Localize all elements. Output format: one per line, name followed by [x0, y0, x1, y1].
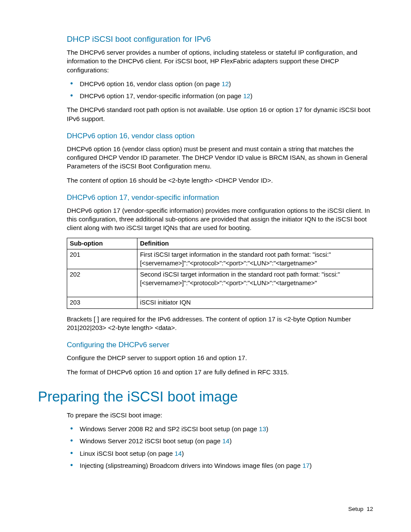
footer-section-label: Setup: [348, 506, 363, 512]
list-item-text: Linux iSCSI boot setup (on page: [80, 450, 174, 457]
page: DHCP iSCSI boot configuration for IPv6 T…: [0, 0, 411, 501]
table-cell: 201: [67, 249, 137, 269]
list-item: Windows Server 2008 R2 and SP2 iSCSI boo…: [67, 425, 373, 433]
paragraph: The DHCPv6 server provides a number of o…: [67, 48, 373, 75]
footer-page-number: 12: [367, 506, 373, 512]
list-item-text: Injecting (slipstreaming) Broadcom drive…: [80, 462, 302, 469]
sub-option-table: Sub-option Definition 201 First iSCSI ta…: [67, 238, 373, 309]
paragraph: The DHCPv6 standard root path option is …: [67, 106, 373, 123]
section-configuring-dhcpv6: Configuring the DHCPv6 server Configure …: [67, 341, 373, 376]
table-header: Definition: [137, 238, 373, 249]
page-footer: Setup 12: [348, 506, 373, 512]
page-link[interactable]: 17: [302, 462, 310, 469]
table-cell: First iSCSI target information in the st…: [137, 249, 373, 269]
page-link[interactable]: 12: [221, 80, 229, 87]
list-item-text: DHCPv6 option 17, vendor-specific inform…: [80, 92, 243, 100]
table-row: 203 iSCSI initiator IQN: [67, 297, 373, 309]
paragraph: To prepare the iSCSI boot image:: [67, 411, 373, 420]
heading-preparing-iscsi-boot-image: Preparing the iSCSI boot image: [38, 389, 373, 405]
paragraph: DHCPv6 option 16 (vendor class option) m…: [67, 145, 373, 171]
table-cell: 203: [67, 297, 137, 309]
bullet-list: DHCPv6 option 16, vendor class option (o…: [67, 80, 373, 101]
list-item: Injecting (slipstreaming) Broadcom drive…: [67, 461, 373, 470]
list-item: Windows Server 2012 iSCSI boot setup (on…: [67, 437, 373, 445]
table-header-row: Sub-option Definition: [67, 238, 373, 249]
paragraph: Configure the DHCP server to support opt…: [67, 354, 373, 362]
list-item-text: ): [182, 450, 184, 457]
list-item: DHCPv6 option 17, vendor-specific inform…: [67, 92, 373, 100]
list-item: DHCPv6 option 16, vendor class option (o…: [67, 80, 373, 88]
page-link[interactable]: 13: [259, 425, 266, 432]
list-item: Linux iSCSI boot setup (on page 14): [67, 449, 373, 458]
table-cell: iSCSI initiator IQN: [137, 297, 373, 309]
page-link[interactable]: 14: [222, 437, 230, 445]
paragraph: DHCPv6 option 17 (vendor-specific inform…: [67, 206, 373, 233]
paragraph: The content of option 16 should be <2-by…: [67, 176, 373, 185]
table-cell: Second iSCSI target information in the s…: [137, 269, 373, 297]
paragraph: Brackets [ ] are required for the IPv6 a…: [67, 315, 373, 333]
heading-dhcp-iscsi-ipv6: DHCP iSCSI boot configuration for IPv6: [67, 34, 373, 44]
list-item-text: ): [250, 92, 252, 100]
page-link[interactable]: 14: [174, 450, 182, 457]
list-item-text: ): [266, 425, 268, 432]
section-dhcp-iscsi-ipv6: DHCP iSCSI boot configuration for IPv6 T…: [67, 34, 373, 123]
heading-option-17: DHCPv6 option 17, vendor-specific inform…: [67, 193, 373, 202]
heading-configuring-dhcpv6: Configuring the DHCPv6 server: [67, 341, 373, 349]
section-option-17: DHCPv6 option 17, vendor-specific inform…: [67, 193, 373, 333]
list-item-text: ): [229, 80, 231, 87]
table-row: 202 Second iSCSI target information in t…: [67, 269, 373, 297]
section-option-16: DHCPv6 option 16, vendor class option DH…: [67, 132, 373, 185]
section-preparing-iscsi-boot-image: To prepare the iSCSI boot image: Windows…: [67, 411, 373, 470]
list-item-text: DHCPv6 option 16, vendor class option (o…: [80, 80, 221, 87]
paragraph: The format of DHCPv6 option 16 and optio…: [67, 368, 373, 376]
list-item-text: Windows Server 2008 R2 and SP2 iSCSI boo…: [80, 425, 259, 432]
heading-option-16: DHCPv6 option 16, vendor class option: [67, 132, 373, 140]
list-item-text: ): [310, 462, 312, 469]
table-cell: 202: [67, 269, 137, 297]
table-header: Sub-option: [67, 238, 137, 249]
list-item-text: Windows Server 2012 iSCSI boot setup (on…: [80, 437, 222, 445]
list-item-text: ): [230, 437, 232, 445]
table-row: 201 First iSCSI target information in th…: [67, 249, 373, 269]
page-link[interactable]: 12: [243, 92, 250, 100]
bullet-list: Windows Server 2008 R2 and SP2 iSCSI boo…: [67, 425, 373, 470]
